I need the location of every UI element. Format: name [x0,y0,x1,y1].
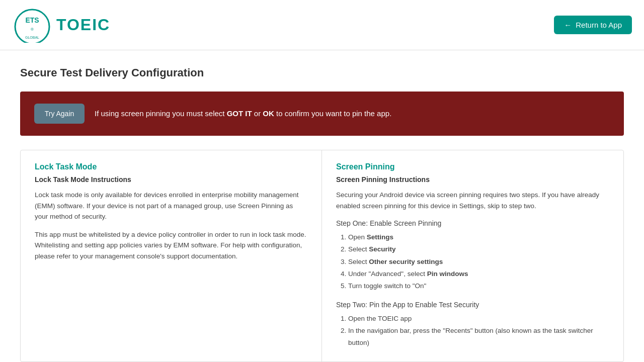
step-1-4-bold: Pin windows [427,270,468,278]
screen-pinning-subtitle: Screen Pinning Instructions [336,175,609,184]
lock-task-body2: This app must be whitelisted by a device… [35,229,307,262]
alert-got-it: GOT IT [227,109,252,118]
list-item: In the navigation bar, press the "Recent… [348,325,609,349]
list-item: Select Other security settings [348,256,609,268]
step-1-1-bold: Settings [367,233,393,241]
step-1-1-text: Open [348,233,367,241]
svg-text:GLOBAL: GLOBAL [25,36,39,39]
step-2-1-text: Open the TOEIC app [348,315,412,322]
lock-task-column: Lock Task Mode Lock Task Mode Instructio… [21,150,322,361]
toeic-logo-text: TOEIC [56,16,110,34]
step-two-heading: Step Two: Pin the App to Enable Test Sec… [336,301,609,309]
step-1-3-bold: Other security settings [369,258,443,265]
screen-pinning-column: Screen Pinning Screen Pinning Instructio… [322,150,623,361]
page-title: Secure Test Delivery Configuration [20,66,624,79]
logo-area: ETS ® GLOBAL TOEIC [12,8,110,43]
list-item: Turn toggle switch to "On" [348,280,609,292]
list-item: Open the TOEIC app [348,313,609,325]
ets-logo: ETS ® GLOBAL [12,8,52,43]
instructions-grid: Lock Task Mode Lock Task Mode Instructio… [20,150,624,362]
alert-or: or [252,109,263,118]
svg-text:®: ® [31,27,34,32]
list-item: Select Security [348,243,609,255]
alert-text-after: to confirm you want to pin the app. [274,109,391,118]
step-two-list: Open the TOEIC app In the navigation bar… [336,313,609,349]
return-arrow-icon: ← [564,21,572,29]
step-2-2-text: In the navigation bar, press the "Recent… [348,327,593,346]
lock-task-body1: Lock task mode is only available for dev… [35,190,307,222]
try-again-button[interactable]: Try Again [34,104,85,124]
screen-pinning-intro: Securing your Android device via screen … [336,190,609,211]
step-1-4-text: Under "Advanced", select [348,270,427,278]
lock-task-title: Lock Task Mode [35,162,307,171]
step-1-2-bold: Security [369,245,395,253]
return-btn-label: Return to App [576,21,622,29]
lock-task-subtitle: Lock Task Mode Instructions [35,175,307,184]
alert-ok: OK [263,109,274,118]
step-one-list: Open Settings Select Security Select Oth… [336,231,609,292]
step-1-5-text: Turn toggle switch to "On" [348,282,426,290]
list-item: Under "Advanced", select Pin windows [348,268,609,280]
alert-text-before: If using screen pinning you must select [95,109,227,118]
svg-text:ETS: ETS [25,16,39,24]
step-one-heading: Step One: Enable Screen Pinning [336,219,609,227]
main-content: Secure Test Delivery Configuration Try A… [0,50,644,362]
screen-pinning-title: Screen Pinning [336,162,609,171]
return-to-app-button[interactable]: ← Return to App [554,16,632,34]
step-1-2-text: Select [348,245,369,253]
alert-box: Try Again If using screen pinning you mu… [20,92,624,136]
step-1-3-text: Select [348,258,369,265]
list-item: Open Settings [348,231,609,243]
alert-message: If using screen pinning you must select … [95,108,391,120]
app-header: ETS ® GLOBAL TOEIC ← Return to App [0,0,644,50]
